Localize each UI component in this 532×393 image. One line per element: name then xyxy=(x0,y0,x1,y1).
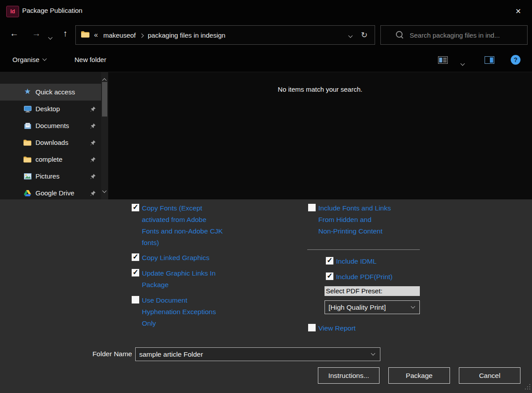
sidebar-item-label: Google Drive xyxy=(35,189,74,197)
pictures-icon xyxy=(23,172,32,181)
chevron-down-icon xyxy=(102,189,107,193)
copy-fonts-checkbox[interactable] xyxy=(132,204,139,211)
include-pdf-checkbox[interactable] xyxy=(326,272,333,280)
chevron-down-icon xyxy=(411,304,415,309)
pin-icon xyxy=(90,140,96,147)
breadcrumb-overflow[interactable]: « xyxy=(94,31,98,39)
sidebar-item-label: Documents xyxy=(35,122,69,129)
update-graphic-links-label[interactable]: Update Graphic Links In Package xyxy=(142,268,246,291)
pin-icon xyxy=(90,190,96,198)
package-publication-dialog: Id Package Publication ✕ ← → ↑ « makeuse… xyxy=(0,0,532,393)
update-graphic-links-checkbox[interactable] xyxy=(132,269,139,276)
breadcrumb-item-current[interactable]: packaging files in indesign xyxy=(148,31,225,39)
organise-label: Organise xyxy=(12,56,39,63)
address-dropdown-icon[interactable] xyxy=(349,31,352,39)
back-icon[interactable]: ← xyxy=(10,28,19,39)
new-folder-button[interactable]: New folder xyxy=(74,56,106,63)
sidebar-item-label: complete xyxy=(35,156,63,163)
include-hidden-checkbox[interactable] xyxy=(308,204,316,211)
change-view-chevron-icon[interactable] xyxy=(461,59,464,67)
sidebar-scrollbar[interactable] xyxy=(101,72,108,199)
sidebar: ★ Quick access Desktop Documents xyxy=(0,72,108,199)
forward-icon[interactable]: → xyxy=(32,28,41,39)
desktop-icon xyxy=(23,105,32,113)
options-divider xyxy=(307,249,420,250)
close-icon: ✕ xyxy=(515,7,521,16)
titlebar: Id Package Publication ✕ xyxy=(0,0,532,22)
sidebar-item-label: Pictures xyxy=(35,172,59,180)
address-bar[interactable]: « makeuseof packaging files in indesign … xyxy=(75,25,375,45)
sidebar-item-desktop[interactable]: Desktop xyxy=(0,101,101,117)
hyphenation-checkbox[interactable] xyxy=(132,296,139,304)
up-icon[interactable]: ↑ xyxy=(63,28,67,39)
scroll-down-icon[interactable] xyxy=(103,186,106,194)
copy-linked-graphics-label[interactable]: Copy Linked Graphics xyxy=(142,252,210,264)
documents-icon xyxy=(23,121,32,130)
scrollbar-thumb[interactable] xyxy=(102,82,107,117)
pdf-preset-label: Select PDF Preset: xyxy=(325,286,420,296)
sidebar-item-label: Downloads xyxy=(35,139,68,146)
resize-grip[interactable] xyxy=(525,384,531,392)
view-report-checkbox[interactable] xyxy=(308,324,316,331)
change-view-icon[interactable] xyxy=(438,56,448,66)
copy-linked-graphics-checkbox[interactable] xyxy=(132,253,139,261)
folder-name-combobox[interactable]: sample article Folder xyxy=(135,347,380,361)
chevron-right-icon xyxy=(140,34,144,38)
empty-search-message: No items match your search. xyxy=(108,86,532,93)
package-button[interactable]: Package xyxy=(388,367,450,384)
sidebar-item-label: Desktop xyxy=(35,105,60,113)
chevron-down-icon xyxy=(371,351,376,356)
chevron-down-icon xyxy=(42,57,47,61)
hyphenation-label[interactable]: Use Document Hyphenation Exceptions Only xyxy=(142,295,246,329)
navigation-bar: ← → ↑ « makeuseof packaging files in ind… xyxy=(0,22,532,48)
pin-icon xyxy=(90,123,96,130)
view-report-label[interactable]: View Report xyxy=(318,323,356,334)
search-box[interactable] xyxy=(380,25,528,45)
folder-name-value: sample article Folder xyxy=(136,350,372,358)
sidebar-item-complete[interactable]: complete xyxy=(0,151,101,168)
cancel-button[interactable]: Cancel xyxy=(459,367,520,384)
pdf-preset-value: [High Quality Print] xyxy=(325,304,411,311)
window-title: Package Publication xyxy=(22,7,82,14)
pdf-preset-dropdown[interactable]: [High Quality Print] xyxy=(325,300,420,314)
recent-locations-chevron-icon[interactable] xyxy=(49,33,52,41)
sidebar-item-quick-access[interactable]: ★ Quick access xyxy=(0,84,101,101)
include-idml-label[interactable]: Include IDML xyxy=(336,256,376,267)
refresh-icon[interactable]: ↻ xyxy=(361,30,368,40)
indesign-app-icon: Id xyxy=(6,6,19,17)
pin-icon xyxy=(90,156,96,164)
close-button[interactable]: ✕ xyxy=(510,4,527,18)
include-idml-checkbox[interactable] xyxy=(326,257,333,265)
toolbar: Organise New folder ? xyxy=(0,48,532,72)
organise-menu[interactable]: Organise xyxy=(12,56,46,63)
folder-name-label: Folder Name xyxy=(66,350,132,358)
pin-icon xyxy=(90,173,96,181)
file-browser: ★ Quick access Desktop Documents xyxy=(0,72,532,199)
copy-fonts-label[interactable]: Copy Fonts (Except activated from Adobe … xyxy=(142,202,246,249)
star-icon: ★ xyxy=(23,87,32,96)
breadcrumb-item-makeuseof[interactable]: makeuseof xyxy=(103,31,136,39)
folder-icon xyxy=(23,155,32,164)
search-input[interactable] xyxy=(409,31,522,39)
preview-pane-icon[interactable] xyxy=(485,56,494,66)
breadcrumb-separator-icon xyxy=(140,31,143,39)
sidebar-item-label: Quick access xyxy=(35,88,75,96)
include-hidden-label[interactable]: Include Fonts and Links From Hidden and … xyxy=(318,202,418,237)
sidebar-item-documents[interactable]: Documents xyxy=(0,117,101,134)
google-drive-icon xyxy=(23,189,32,198)
include-pdf-label[interactable]: Include PDF(Print) xyxy=(336,271,392,283)
folder-icon xyxy=(81,31,90,39)
chevron-down-icon xyxy=(348,34,352,38)
chevron-down-icon xyxy=(461,62,465,66)
downloads-folder-icon xyxy=(23,138,32,147)
sidebar-item-downloads[interactable]: Downloads xyxy=(0,134,101,151)
help-button[interactable]: ? xyxy=(511,55,520,65)
pin-icon xyxy=(90,106,96,113)
chevron-down-icon xyxy=(48,35,53,40)
search-icon xyxy=(396,31,403,38)
instructions-button[interactable]: Instructions... xyxy=(318,367,379,384)
package-options-panel: Copy Fonts (Except activated from Adobe … xyxy=(0,199,532,393)
sidebar-item-google-drive[interactable]: Google Drive xyxy=(0,185,101,199)
sidebar-item-pictures[interactable]: Pictures xyxy=(0,168,101,185)
